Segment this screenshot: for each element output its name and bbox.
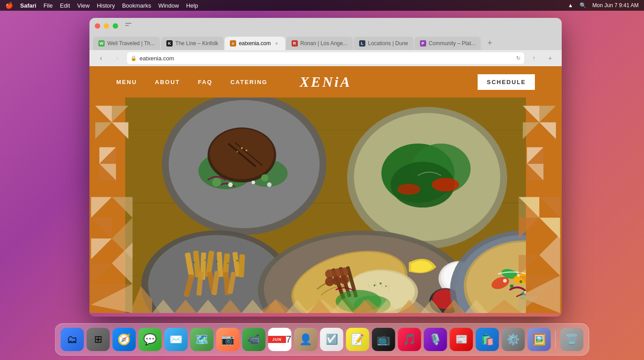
- dock-launchpad[interactable]: ⊞: [87, 328, 110, 351]
- tab-eatxenia[interactable]: e eatxenia.com ×: [225, 37, 285, 50]
- tab-favicon-5: L: [359, 40, 365, 47]
- nav-about[interactable]: ABOUT: [155, 79, 180, 85]
- dock-calendar[interactable]: JUN 7: [268, 328, 292, 351]
- tab-favicon-2: K: [166, 40, 173, 47]
- svg-point-56: [246, 149, 247, 151]
- hero-area: [89, 97, 562, 313]
- dock-appstore[interactable]: 🛍️: [476, 328, 499, 351]
- tab-kinfolk[interactable]: K The Line – Kinfolk: [161, 37, 224, 50]
- tab-label-5: Locations | Dune: [368, 40, 408, 47]
- website-content: MENU ABOUT FAQ CATERING XENiA SCHEDULE: [89, 66, 562, 313]
- nav-catering[interactable]: CATERING: [230, 79, 267, 85]
- tab-dune[interactable]: L Locations | Dune: [354, 37, 414, 50]
- dock-facetime[interactable]: 📹: [242, 328, 266, 351]
- svg-marker-27: [519, 218, 539, 238]
- forward-button[interactable]: ›: [111, 52, 123, 64]
- menu-help[interactable]: Help: [186, 2, 198, 9]
- tab-label-2: The Line – Kinfolk: [175, 40, 218, 47]
- tab-ronan[interactable]: R Ronan | Los Ange...: [286, 37, 353, 50]
- svg-marker-9: [112, 197, 132, 217]
- svg-marker-31: [539, 234, 560, 276]
- svg-marker-26: [539, 197, 560, 217]
- dock: 🗂 ⊞ 🧭 💬 ✉️ 🗺️ 📷 📹 JUN 7 👤 ☑️ 📝 📺 🎵: [55, 323, 589, 356]
- dock-finder[interactable]: 🗂: [61, 328, 84, 351]
- app-name[interactable]: Safari: [20, 2, 36, 9]
- svg-point-113: [340, 275, 349, 284]
- tab-well-traveled[interactable]: W Well Traveled | Th...: [93, 37, 160, 50]
- add-tab-button[interactable]: +: [483, 37, 496, 49]
- dock-appletv[interactable]: 📺: [372, 328, 395, 351]
- svg-marker-141: [242, 300, 264, 313]
- menu-edit[interactable]: Edit: [60, 2, 70, 9]
- search-icon[interactable]: 🔍: [580, 2, 586, 8]
- menu-history[interactable]: History: [97, 2, 114, 9]
- svg-point-53: [251, 181, 255, 184]
- dock-mail[interactable]: ✉️: [165, 328, 188, 351]
- svg-point-51: [261, 174, 268, 181]
- dock-contacts[interactable]: 👤: [294, 328, 318, 351]
- bottom-geometric: [125, 286, 526, 313]
- svg-marker-3: [112, 123, 128, 139]
- browser-window: W Well Traveled | Th... K The Line – Kin…: [89, 18, 562, 317]
- dock-photos-2[interactable]: 🖼️: [528, 328, 551, 351]
- svg-marker-143: [286, 300, 309, 313]
- svg-point-52: [228, 182, 233, 187]
- svg-marker-147: [376, 300, 398, 313]
- site-nav: MENU ABOUT FAQ CATERING XENiA SCHEDULE: [89, 66, 562, 97]
- tab-close-3[interactable]: ×: [274, 40, 280, 47]
- share-button[interactable]: ↑: [528, 52, 540, 64]
- tab-favicon-6: P: [420, 40, 426, 47]
- dock-system-preferences[interactable]: ⚙️: [502, 328, 525, 351]
- address-bar-row: ‹ › 🔒 eatxenia.com ↻ ↑ +: [89, 50, 562, 66]
- fullscreen-button[interactable]: [113, 23, 118, 29]
- svg-marker-146: [353, 300, 376, 313]
- svg-marker-136: [130, 286, 152, 313]
- dock-messages[interactable]: 💬: [139, 328, 162, 351]
- close-button[interactable]: [95, 23, 100, 29]
- schedule-button[interactable]: SCHEDULE: [478, 74, 535, 90]
- svg-point-83: [216, 261, 218, 263]
- menu-bookmarks[interactable]: Bookmarks: [122, 2, 151, 9]
- dock-trash[interactable]: 🗑️: [560, 328, 584, 351]
- reload-button[interactable]: ↻: [516, 55, 521, 61]
- menu-window[interactable]: Window: [158, 2, 179, 9]
- svg-marker-150: [443, 300, 465, 313]
- dock-notes[interactable]: 📝: [346, 328, 369, 351]
- sidebar-toggle[interactable]: [125, 23, 133, 29]
- dock-maps[interactable]: 🗺️: [191, 328, 214, 351]
- back-button[interactable]: ‹: [95, 52, 107, 64]
- svg-marker-142: [264, 300, 286, 313]
- apple-menu[interactable]: 🍎: [5, 2, 13, 9]
- dock-podcasts[interactable]: 🎙️: [424, 328, 447, 351]
- svg-marker-144: [309, 300, 331, 313]
- minimize-button[interactable]: [104, 23, 109, 29]
- tab-favicon-4: R: [292, 40, 298, 47]
- dock-photos[interactable]: 📷: [216, 328, 240, 351]
- svg-marker-145: [331, 300, 353, 313]
- nav-faq[interactable]: FAQ: [198, 79, 213, 85]
- dock-reminders[interactable]: ☑️: [320, 328, 343, 351]
- svg-marker-138: [174, 300, 197, 313]
- add-bookmark-button[interactable]: +: [544, 52, 556, 64]
- dock-news[interactable]: 📰: [450, 328, 473, 351]
- address-bar[interactable]: 🔒 eatxenia.com ↻: [127, 52, 524, 64]
- menu-file[interactable]: File: [43, 2, 53, 9]
- nav-links: MENU ABOUT FAQ CATERING: [116, 79, 267, 85]
- svg-point-55: [241, 147, 243, 149]
- svg-point-54: [267, 182, 271, 187]
- svg-marker-18: [539, 106, 556, 123]
- tab-label-6: Community – Plat...: [429, 40, 476, 47]
- food-image: [125, 97, 526, 313]
- svg-marker-1: [112, 106, 128, 123]
- wifi-icon: ▲: [568, 2, 573, 8]
- svg-point-50: [212, 178, 221, 187]
- site-logo: XENiA: [300, 74, 352, 90]
- svg-marker-151: [465, 300, 487, 313]
- dock-safari[interactable]: 🧭: [113, 328, 136, 351]
- nav-menu[interactable]: MENU: [116, 79, 137, 85]
- svg-marker-13: [91, 263, 112, 284]
- dock-music[interactable]: 🎵: [398, 328, 421, 351]
- svg-marker-8: [91, 197, 112, 217]
- tab-community[interactable]: P Community – Plat...: [415, 37, 481, 50]
- menu-view[interactable]: View: [77, 2, 90, 9]
